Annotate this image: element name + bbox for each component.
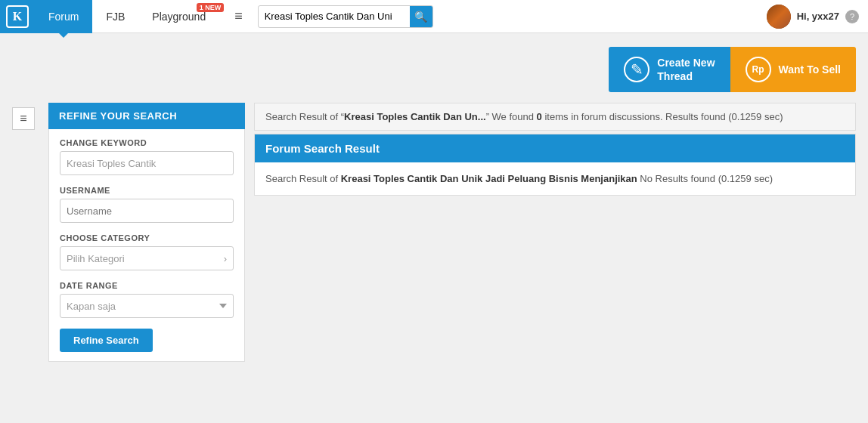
nav-tab-fjb[interactable]: FJB bbox=[92, 0, 138, 33]
avatar-image bbox=[767, 5, 791, 29]
create-thread-icon: ✎ bbox=[624, 57, 649, 82]
refine-search-button[interactable]: Refine Search bbox=[60, 329, 153, 352]
date-range-select[interactable]: Kapan saja Hari ini Minggu ini Bulan ini bbox=[60, 294, 234, 318]
results-body: Search Result of Kreasi Toples Cantik Da… bbox=[255, 162, 855, 195]
navbar-right: Hi, yxx27 ? bbox=[767, 5, 868, 29]
results-box: Forum Search Result Search Result of Kre… bbox=[254, 134, 856, 196]
result-query-full: Kreasi Toples Cantik Dan Unik Jadi Pelua… bbox=[341, 173, 637, 184]
main-content: ≡ REFINE YOUR SEARCH CHANGE KEYWORD USER… bbox=[0, 103, 868, 374]
search-bar: 🔍 bbox=[258, 5, 433, 28]
search-info-bar: Search Result of “Kreasi Toples Cantik D… bbox=[254, 103, 856, 131]
sell-label: Want To Sell bbox=[779, 63, 841, 76]
search-count: 0 bbox=[537, 111, 542, 122]
keyword-group: CHANGE KEYWORD bbox=[60, 138, 234, 175]
keyword-input[interactable] bbox=[60, 151, 234, 175]
refine-panel: REFINE YOUR SEARCH CHANGE KEYWORD USERNA… bbox=[48, 103, 245, 362]
search-info-middle: ” We found bbox=[486, 111, 537, 122]
keyword-label: CHANGE KEYWORD bbox=[60, 138, 234, 147]
username-label: USERNAME bbox=[60, 186, 234, 195]
menu-icon[interactable]: ≡ bbox=[227, 8, 250, 24]
category-placeholder: Pilih Kategori bbox=[67, 253, 125, 264]
sidebar-toggle: ≡ bbox=[12, 103, 39, 362]
results-header: Forum Search Result bbox=[255, 134, 855, 162]
search-button[interactable]: 🔍 bbox=[410, 5, 432, 28]
user-greeting: Hi, yxx27 bbox=[797, 11, 839, 22]
category-select[interactable]: Pilih Kategori › bbox=[60, 246, 234, 270]
nav-tab-playground[interactable]: Playground 1 NEW bbox=[138, 0, 227, 33]
search-info-suffix: items in forum discussions. Results foun… bbox=[542, 111, 783, 122]
want-to-sell-button[interactable]: Rp Want To Sell bbox=[730, 47, 856, 92]
results-panel: Search Result of “Kreasi Toples Cantik D… bbox=[254, 103, 856, 362]
action-bar: ✎ Create NewThread Rp Want To Sell bbox=[0, 33, 868, 103]
username-group: USERNAME bbox=[60, 186, 234, 223]
username-input[interactable] bbox=[60, 199, 234, 223]
sidebar-toggle-icon: ≡ bbox=[20, 112, 26, 125]
logo[interactable]: K bbox=[0, 0, 35, 33]
result-prefix: Search Result of bbox=[265, 173, 341, 184]
date-label: DATE RANGE bbox=[60, 281, 234, 290]
refine-header: REFINE YOUR SEARCH bbox=[48, 103, 245, 129]
nav-tab-forum[interactable]: Forum bbox=[35, 0, 92, 33]
logo-icon: K bbox=[6, 5, 29, 28]
category-group: CHOOSE CATEGORY Pilih Kategori › bbox=[60, 233, 234, 270]
refine-body: CHANGE KEYWORD USERNAME CHOOSE CATEGORY … bbox=[48, 129, 245, 362]
avatar[interactable] bbox=[767, 5, 791, 29]
search-info-prefix: Search Result of “ bbox=[265, 111, 344, 122]
search-query-short: Kreasi Toples Cantik Dan Un... bbox=[344, 111, 486, 122]
playground-badge: 1 NEW bbox=[197, 3, 225, 12]
chevron-right-icon: › bbox=[224, 253, 227, 264]
sidebar-toggle-button[interactable]: ≡ bbox=[12, 107, 35, 130]
create-new-thread-button[interactable]: ✎ Create NewThread bbox=[609, 47, 730, 92]
help-icon[interactable]: ? bbox=[845, 10, 859, 23]
category-label: CHOOSE CATEGORY bbox=[60, 233, 234, 242]
create-thread-label: Create NewThread bbox=[657, 56, 715, 83]
navbar: K Forum FJB Playground 1 NEW ≡ 🔍 Hi, yxx… bbox=[0, 0, 868, 33]
date-range-group: DATE RANGE Kapan saja Hari ini Minggu in… bbox=[60, 281, 234, 318]
sell-icon: Rp bbox=[746, 57, 771, 82]
result-suffix: No Results found (0.1259 sec) bbox=[637, 173, 773, 184]
search-input[interactable] bbox=[259, 11, 410, 22]
